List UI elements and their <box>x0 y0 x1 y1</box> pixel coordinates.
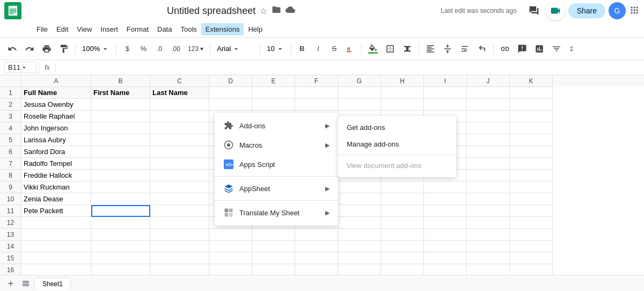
row-number[interactable]: 7 <box>0 158 21 170</box>
table-cell[interactable] <box>467 87 510 99</box>
row-number[interactable]: 1 <box>0 87 21 99</box>
table-cell[interactable] <box>150 146 209 158</box>
table-cell[interactable] <box>424 87 467 99</box>
table-cell[interactable] <box>21 264 91 275</box>
table-cell[interactable] <box>510 241 553 252</box>
table-cell[interactable] <box>150 241 209 252</box>
sheet-tab-1[interactable]: Sheet1 <box>34 278 71 290</box>
table-cell[interactable] <box>467 111 510 122</box>
decimal-inc-button[interactable]: .00 <box>168 41 184 56</box>
table-cell[interactable] <box>510 229 553 241</box>
col-header-i[interactable]: I <box>424 75 467 87</box>
menu-format[interactable]: Format <box>122 23 153 35</box>
table-cell[interactable] <box>510 158 553 170</box>
table-cell[interactable] <box>338 87 381 99</box>
table-cell[interactable] <box>150 99 209 111</box>
row-number[interactable]: 2 <box>0 99 21 111</box>
row-number[interactable]: 12 <box>0 217 21 229</box>
table-cell[interactable] <box>510 205 553 217</box>
table-cell[interactable] <box>424 217 467 229</box>
comments-button[interactable] <box>525 2 543 19</box>
table-cell[interactable] <box>295 241 338 252</box>
col-header-k[interactable]: K <box>510 75 553 87</box>
table-cell[interactable] <box>150 111 209 122</box>
table-cell[interactable] <box>21 241 91 252</box>
table-cell[interactable] <box>424 264 467 275</box>
table-cell[interactable] <box>150 170 209 181</box>
table-cell[interactable] <box>91 205 150 217</box>
table-cell[interactable] <box>510 122 553 134</box>
table-cell[interactable] <box>91 252 150 264</box>
table-cell[interactable] <box>91 122 150 134</box>
table-cell[interactable] <box>467 181 510 193</box>
table-cell[interactable] <box>381 193 424 205</box>
row-number[interactable]: 11 <box>0 205 21 217</box>
table-cell[interactable] <box>252 264 295 275</box>
cell-reference[interactable]: B11 <box>4 62 36 73</box>
table-cell[interactable] <box>510 87 553 99</box>
table-cell[interactable] <box>467 158 510 170</box>
table-cell[interactable] <box>150 122 209 134</box>
table-cell[interactable] <box>381 87 424 99</box>
table-cell[interactable] <box>381 181 424 193</box>
table-cell[interactable] <box>91 241 150 252</box>
table-cell[interactable] <box>150 252 209 264</box>
table-cell[interactable] <box>295 87 338 99</box>
table-cell[interactable] <box>381 252 424 264</box>
col-header-g[interactable]: G <box>338 75 381 87</box>
print-button[interactable] <box>39 41 55 56</box>
font-selector[interactable]: Arial <box>214 43 257 54</box>
text-rotate-button[interactable] <box>474 41 490 56</box>
all-sheets-button[interactable] <box>19 277 32 290</box>
table-cell[interactable] <box>150 158 209 170</box>
table-cell[interactable]: First Name <box>91 87 150 99</box>
row-number[interactable]: 9 <box>0 181 21 193</box>
submenu-get-addons[interactable]: Get add-ons <box>338 119 456 136</box>
fill-color-button[interactable] <box>365 41 381 56</box>
table-cell[interactable] <box>467 134 510 146</box>
col-header-f[interactable]: F <box>295 75 338 87</box>
table-cell[interactable] <box>338 181 381 193</box>
table-cell[interactable] <box>424 181 467 193</box>
table-cell[interactable]: Radolfo Tempel <box>21 158 91 170</box>
table-cell[interactable] <box>209 99 252 111</box>
table-cell[interactable] <box>381 217 424 229</box>
col-header-e[interactable]: E <box>252 75 295 87</box>
table-cell[interactable] <box>510 181 553 193</box>
table-cell[interactable] <box>338 241 381 252</box>
col-header-h[interactable]: H <box>381 75 424 87</box>
table-cell[interactable] <box>150 181 209 193</box>
font-size-selector[interactable]: 10 <box>264 43 287 54</box>
table-cell[interactable]: Pete Packett <box>21 205 91 217</box>
undo-button[interactable] <box>4 41 20 56</box>
table-cell[interactable] <box>209 87 252 99</box>
star-icon[interactable]: ☆ <box>260 6 267 16</box>
table-cell[interactable] <box>21 229 91 241</box>
table-cell[interactable]: Vikki Ruckman <box>21 181 91 193</box>
table-cell[interactable] <box>424 99 467 111</box>
table-cell[interactable] <box>21 217 91 229</box>
table-cell[interactable] <box>424 252 467 264</box>
paint-format-button[interactable] <box>56 41 72 56</box>
menu-edit[interactable]: Edit <box>52 23 72 35</box>
table-cell[interactable] <box>467 241 510 252</box>
google-meet-button[interactable] <box>546 1 565 20</box>
col-header-b[interactable]: B <box>91 75 150 87</box>
table-cell[interactable] <box>467 205 510 217</box>
table-cell[interactable] <box>467 99 510 111</box>
row-number[interactable]: 6 <box>0 146 21 158</box>
table-cell[interactable] <box>252 87 295 99</box>
table-cell[interactable] <box>381 264 424 275</box>
zoom-selector[interactable]: 100% <box>79 43 113 54</box>
col-header-c[interactable]: C <box>150 75 209 87</box>
table-cell[interactable] <box>91 193 150 205</box>
table-cell[interactable] <box>467 252 510 264</box>
table-cell[interactable] <box>338 99 381 111</box>
table-cell[interactable] <box>510 264 553 275</box>
row-number[interactable]: 13 <box>0 229 21 241</box>
table-cell[interactable]: Last Name <box>150 87 209 99</box>
table-cell[interactable] <box>381 99 424 111</box>
table-cell[interactable] <box>381 205 424 217</box>
table-cell[interactable] <box>209 229 252 241</box>
table-cell[interactable] <box>467 217 510 229</box>
